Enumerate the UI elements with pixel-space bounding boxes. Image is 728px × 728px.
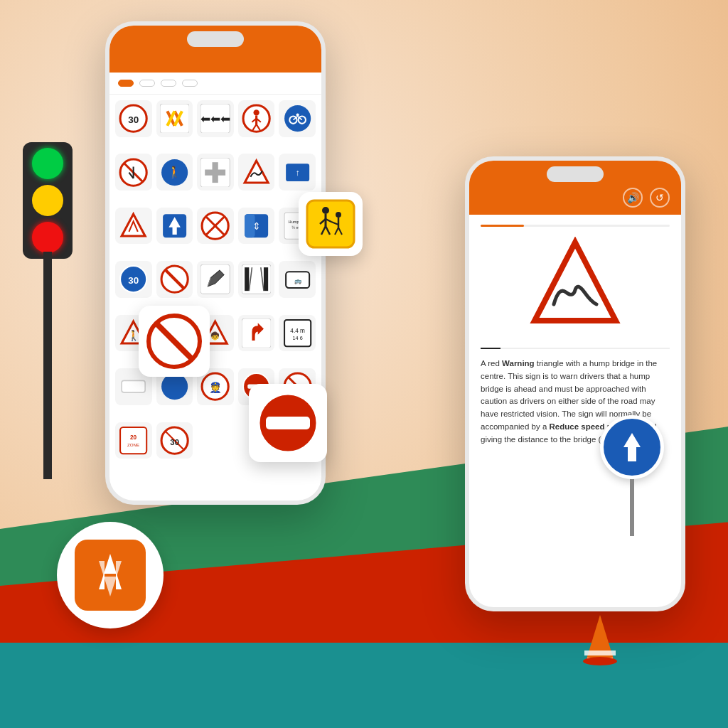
svg-text:30: 30	[170, 438, 179, 446]
blue-sign-pole	[630, 479, 634, 536]
svg-rect-82	[307, 200, 354, 247]
app-icon-inner	[75, 540, 146, 611]
phone2-body: A red Warning triangle with a hump bridg…	[469, 215, 681, 604]
tab-road-work[interactable]	[182, 80, 198, 87]
phone2-refresh-icon[interactable]: ↺	[650, 188, 670, 208]
floating-no-entry-sign[interactable]	[249, 384, 327, 462]
svg-text:20: 20	[130, 434, 137, 440]
svg-point-83	[322, 207, 329, 214]
svg-text:🧒: 🧒	[210, 331, 220, 341]
svg-rect-28	[205, 169, 226, 175]
traffic-light-green	[32, 148, 63, 179]
svg-rect-2	[160, 104, 189, 133]
phone2-hazards: 🔊 ↺ A red Warning triangle with a hump b…	[465, 156, 685, 611]
phone1-notch	[187, 31, 244, 47]
svg-point-19	[296, 114, 299, 117]
svg-text:14 6: 14 6	[292, 335, 302, 341]
svg-point-103	[583, 657, 617, 665]
svg-marker-97	[623, 433, 641, 461]
app-icon	[57, 522, 164, 628]
svg-text:ZONE: ZONE	[127, 442, 139, 447]
svg-text:30: 30	[128, 114, 139, 125]
svg-point-66	[161, 373, 188, 400]
svg-marker-32	[122, 214, 145, 236]
svg-text:⬅⬅⬅: ⬅⬅⬅	[200, 112, 230, 125]
sign-chevron[interactable]	[156, 100, 193, 137]
sign-cycle-pedestrian[interactable]: 🚶	[156, 154, 193, 191]
svg-rect-95	[266, 417, 310, 429]
svg-point-10	[253, 109, 259, 115]
svg-point-16	[284, 105, 311, 132]
sign-no-entry-cross[interactable]	[197, 208, 234, 245]
floating-children-sign[interactable]	[299, 192, 363, 256]
phone2-notch	[547, 166, 604, 182]
ph2-sign-image	[481, 237, 670, 329]
ph2-tab-links[interactable]	[520, 339, 540, 348]
sign-no-turn-left[interactable]	[115, 154, 152, 191]
phone2-speaker-icon[interactable]: 🔊	[623, 188, 643, 208]
svg-text:⇕: ⇕	[252, 220, 261, 232]
traffic-light-red	[32, 222, 63, 253]
phone1-tabs	[109, 73, 321, 95]
sign-arrow-up[interactable]	[156, 208, 193, 245]
ph2-progress-bar	[481, 225, 524, 227]
tab-directional[interactable]	[139, 80, 155, 87]
ph2-tab-photos[interactable]	[500, 339, 520, 348]
ph2-tab-description[interactable]	[481, 339, 500, 349]
sign-pencil[interactable]	[197, 261, 234, 298]
svg-text:🚶: 🚶	[167, 164, 182, 179]
sign-blue-rect[interactable]: ↑	[279, 154, 316, 191]
app-icon-circle	[57, 522, 164, 628]
sign-speed-30-blue[interactable]: 30	[115, 261, 152, 298]
traffic-cone	[579, 611, 621, 671]
svg-text:30: 30	[128, 275, 139, 286]
sign-blue-split[interactable]: ⇕	[238, 208, 275, 245]
svg-marker-96	[535, 242, 616, 321]
sign-blue-cycle[interactable]	[279, 100, 316, 137]
svg-rect-65	[122, 381, 145, 393]
sign-speed-30[interactable]: 30	[115, 100, 152, 137]
svg-marker-29	[245, 161, 268, 183]
sign-road-narrow[interactable]	[238, 261, 275, 298]
sign-cross[interactable]	[197, 154, 234, 191]
svg-text:4.4 m: 4.4 m	[290, 327, 305, 333]
blue-arrow-sign	[600, 415, 664, 536]
floating-no-parking-sign[interactable]	[139, 306, 210, 377]
svg-point-89	[336, 212, 341, 218]
svg-rect-61	[242, 318, 271, 348]
svg-rect-51	[245, 268, 249, 291]
sign-speed-end-30[interactable]: 30	[156, 422, 193, 459]
traffic-light	[23, 142, 73, 479]
sign-height-4m[interactable]: 4.4 m14 6	[279, 315, 316, 352]
sign-bus-stop[interactable]: 🚌	[279, 261, 316, 298]
tab-all[interactable]	[118, 80, 134, 87]
svg-rect-52	[264, 268, 268, 291]
sign-zone-20[interactable]: 20ZONE	[115, 422, 152, 459]
ph2-progress-bar-container	[481, 225, 670, 227]
sign-warning-triangle[interactable]	[115, 208, 152, 245]
svg-rect-74	[120, 427, 146, 454]
traffic-light-yellow	[32, 185, 63, 216]
sign-turn-right[interactable]	[238, 315, 275, 352]
svg-text:🚌: 🚌	[294, 277, 301, 285]
svg-text:↑: ↑	[295, 167, 299, 177]
blue-sign-circle	[600, 415, 664, 479]
sign-warning-hump[interactable]	[238, 154, 275, 191]
svg-rect-101	[584, 651, 616, 655]
sign-pedestrian[interactable]	[238, 100, 275, 137]
sign-no-parking-big[interactable]	[156, 261, 193, 298]
svg-text:👮: 👮	[209, 381, 223, 394]
sign-arrows-left[interactable]: ⬅⬅⬅	[197, 100, 234, 137]
tab-information[interactable]	[161, 80, 176, 87]
traffic-light-pole	[43, 252, 52, 479]
ph2-tabs	[481, 339, 670, 349]
